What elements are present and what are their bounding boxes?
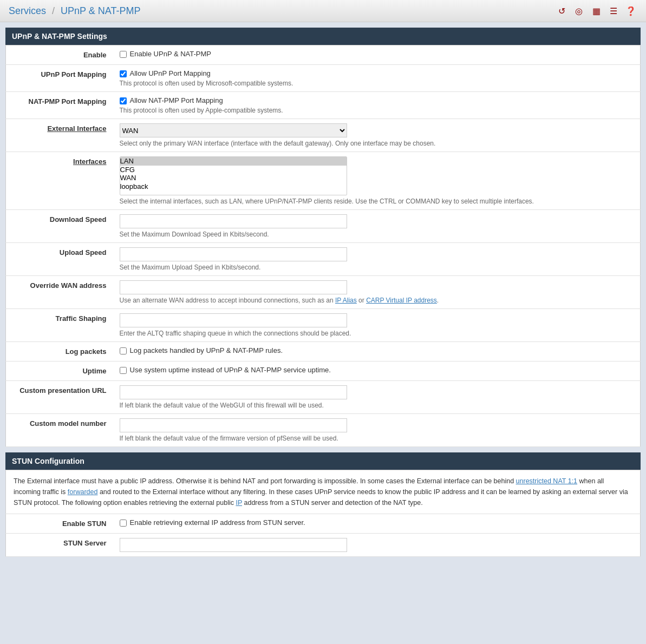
value-stun-server [114,534,641,557]
hint-external-interface: Select only the primary WAN interface (i… [120,140,635,147]
row-uptime: Uptime Use system uptime instead of UPnP… [6,362,641,381]
label-traffic-shaping: Traffic Shaping [6,309,114,342]
hint-upload-speed: Set the Maximum Upload Speed in Kbits/se… [120,264,635,271]
value-enable: Enable UPnP & NAT-PMP [114,45,641,65]
hint-natpmp-port-mapping: This protocol is often used by Apple-com… [120,107,635,114]
row-natpmp-port-mapping: NAT-PMP Port Mapping Allow NAT-PMP Port … [6,92,641,119]
chart-icon[interactable]: ▦ [590,4,603,17]
label-interfaces: Interfaces [6,152,114,210]
hint-download-speed: Set the Maximum Download Speed in Kbits/… [120,231,635,238]
checkbox-log-packets[interactable] [120,347,127,354]
help-icon[interactable]: ❓ [624,4,637,17]
breadcrumb: Services / UPnP & NAT-PMP [9,5,140,17]
input-custom-presentation-url[interactable] [120,385,347,399]
label-download-speed: Download Speed [6,210,114,243]
row-enable-stun: Enable STUN Enable retrieving external I… [6,514,641,534]
list-icon[interactable]: ☰ [607,4,620,17]
row-enable: Enable Enable UPnP & NAT-PMP [6,45,641,65]
top-icons: ↺ ◎ ▦ ☰ ❓ [555,4,637,17]
row-override-wan: Override WAN address Use an alternate WA… [6,276,641,309]
section-spacer [5,447,641,452]
value-external-interface: WAN Select only the primary WAN interfac… [114,119,641,152]
checkbox-upnp-port-mapping[interactable] [120,70,127,77]
label-custom-presentation-url: Custom presentation URL [6,381,114,414]
value-natpmp-port-mapping: Allow NAT-PMP Port Mapping This protocol… [114,92,641,119]
stun-description-cell: The External interface must have a publi… [6,470,641,514]
row-custom-model-number: Custom model number If left blank the de… [6,414,641,447]
row-log-packets: Log packets Log packets handled by UPnP … [6,342,641,362]
select-external-interface[interactable]: WAN [120,123,347,137]
checkbox-natpmp-port-mapping[interactable] [120,97,127,104]
stun-section-header: STUN Configuration [5,452,641,470]
value-custom-model-number: If left blank the default value of the f… [114,414,641,447]
label-external-interface: External Interface [6,119,114,152]
checkbox-uptime[interactable] [120,367,127,374]
value-download-speed: Set the Maximum Download Speed in Kbits/… [114,210,641,243]
value-enable-stun: Enable retrieving external IP address fr… [114,514,641,534]
stun-description-text: The External interface must have a publi… [6,470,640,514]
breadcrumb-current: UPnP & NAT-PMP [61,5,140,16]
label-natpmp-port-mapping: NAT-PMP Port Mapping [6,92,114,119]
value-upload-speed: Set the Maximum Upload Speed in Kbits/se… [114,243,641,276]
label-enable-stun: Enable STUN [6,514,114,534]
hint-traffic-shaping: Enter the ALTQ traffic shaping queue in … [120,330,635,337]
hint-interfaces: Select the internal interfaces, such as … [120,198,635,205]
value-upnp-port-mapping: Allow UPnP Port Mapping This protocol is… [114,65,641,92]
hint-custom-presentation-url: If left blank the default value of the W… [120,402,635,409]
value-log-packets: Log packets handled by UPnP & NAT-PMP ru… [114,342,641,362]
row-upnp-port-mapping: UPnP Port Mapping Allow UPnP Port Mappin… [6,65,641,92]
value-override-wan: Use an alternate WAN address to accept i… [114,276,641,309]
label-stun-server: STUN Server [6,534,114,557]
label-enable: Enable [6,45,114,65]
input-custom-model-number[interactable] [120,418,347,432]
label-uptime: Uptime [6,362,114,381]
hint-override-wan: Use an alternate WAN address to accept i… [120,297,635,304]
row-stun-server: STUN Server [6,534,641,557]
input-stun-server[interactable] [120,538,347,552]
input-upload-speed[interactable] [120,247,347,261]
row-stun-description: The External interface must have a publi… [6,470,641,514]
hint-custom-model-number: If left blank the default value of the f… [120,435,635,442]
label-upload-speed: Upload Speed [6,243,114,276]
checkbox-enable-stun[interactable] [120,520,127,527]
value-custom-presentation-url: If left blank the default value of the W… [114,381,641,414]
row-external-interface: External Interface WAN Select only the p… [6,119,641,152]
value-uptime: Use system uptime instead of UPnP & NAT-… [114,362,641,381]
top-bar: Services / UPnP & NAT-PMP ↺ ◎ ▦ ☰ ❓ [0,0,646,22]
label-log-packets: Log packets [6,342,114,362]
label-upnp-port-mapping: UPnP Port Mapping [6,65,114,92]
row-interfaces: Interfaces LAN CFG WAN loopback Select t… [6,152,641,210]
breadcrumb-sep: / [52,5,55,16]
input-traffic-shaping[interactable] [120,313,347,327]
row-custom-presentation-url: Custom presentation URL If left blank th… [6,381,641,414]
label-override-wan: Override WAN address [6,276,114,309]
breadcrumb-services[interactable]: Services [9,5,46,16]
select-interfaces[interactable]: LAN CFG WAN loopback [120,156,347,195]
row-traffic-shaping: Traffic Shaping Enter the ALTQ traffic s… [6,309,641,342]
hint-upnp-port-mapping: This protocol is often used by Microsoft… [120,80,635,87]
value-interfaces: LAN CFG WAN loopback Select the internal… [114,152,641,210]
upnp-settings-table: Enable Enable UPnP & NAT-PMP UPnP Port M… [5,45,641,447]
label-custom-model-number: Custom model number [6,414,114,447]
input-override-wan[interactable] [120,280,347,294]
stun-settings-table: The External interface must have a publi… [5,470,641,557]
value-traffic-shaping: Enter the ALTQ traffic shaping queue in … [114,309,641,342]
record-icon[interactable]: ◎ [572,4,585,17]
row-download-speed: Download Speed Set the Maximum Download … [6,210,641,243]
main-content: UPnP & NAT-PMP Settings Enable Enable UP… [5,28,641,557]
upnp-section-header: UPnP & NAT-PMP Settings [5,28,641,45]
checkbox-enable-upnp[interactable] [120,51,127,58]
refresh-icon[interactable]: ↺ [555,4,568,17]
row-upload-speed: Upload Speed Set the Maximum Upload Spee… [6,243,641,276]
input-download-speed[interactable] [120,214,347,228]
